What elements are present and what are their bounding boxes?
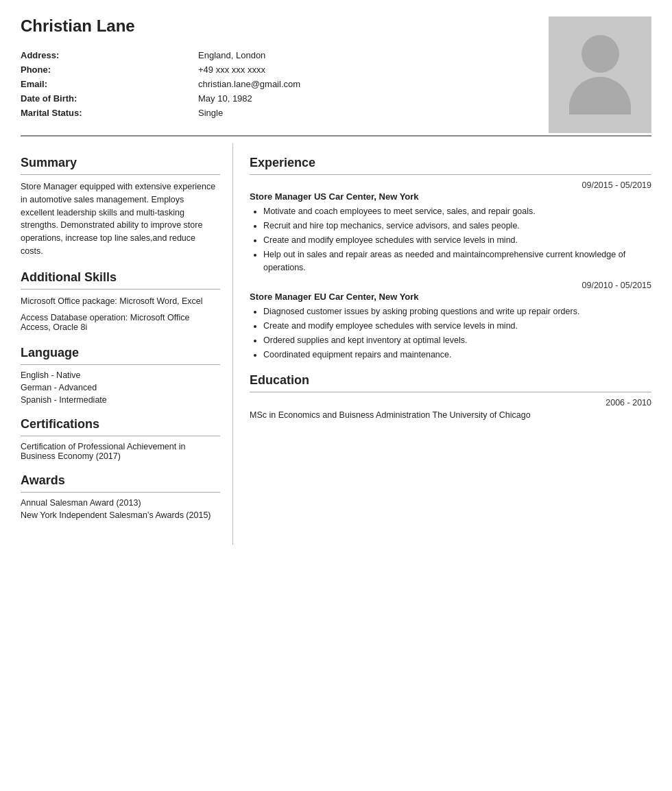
address-value: England, London: [198, 48, 431, 62]
phone-label: Phone:: [21, 62, 198, 77]
lang-item-1: German - Advanced: [21, 383, 220, 392]
edu-entry-0: 2006 - 2010 MSc in Economics and Buisnes…: [250, 398, 651, 422]
edu-0-dates: 2006 - 2010: [250, 398, 651, 408]
email-label: Email:: [21, 77, 198, 91]
phone-row: Phone: +49 xxx xxx xxxx: [21, 62, 431, 77]
avatar-head: [581, 35, 619, 73]
award-item-1: New York Independent Salesman’s Awards (…: [21, 510, 220, 520]
summary-text: Store Manager equipped with extensive ex…: [21, 180, 220, 258]
certifications-section: Certifications Certification of Professi…: [21, 417, 220, 461]
job-0-bullet-3: Help out in sales and repair areas as ne…: [263, 248, 651, 273]
dob-label: Date of Birth:: [21, 91, 198, 106]
avatar-body: [569, 77, 631, 115]
certifications-divider: [21, 436, 220, 436]
dob-value: May 10, 1982: [198, 91, 431, 106]
language-title: Language: [21, 346, 220, 360]
summary-section: Summary Store Manager equipped with exte…: [21, 156, 220, 258]
photo-placeholder: [549, 16, 651, 133]
education-divider: [250, 392, 651, 392]
main-divider: [21, 135, 651, 137]
skill-item-1: Access Database operation: Microsoft Off…: [21, 311, 220, 333]
job-0-dates: 09/2015 - 05/2019: [250, 180, 651, 190]
lang-item-2: Spanish - Intermediate: [21, 395, 220, 405]
job-1-bullet-3: Coordinated equipment repairs and mainte…: [263, 349, 651, 361]
skills-title: Additional Skills: [21, 270, 220, 285]
job-1-bullet-1: Create and modify employee schedules wit…: [263, 320, 651, 332]
experience-divider: [250, 174, 651, 175]
job-0-title: Store Manager US Car Center, New York: [250, 191, 651, 202]
phone-value: +49 xxx xxx xxxx: [198, 62, 431, 77]
skills-section: Additional Skills Microsoft Office packa…: [21, 270, 220, 333]
awards-divider: [21, 492, 220, 493]
award-item-0: Annual Salesman Award (2013): [21, 498, 220, 508]
awards-section: Awards Annual Salesman Award (2013) New …: [21, 473, 220, 520]
job-1: 09/2010 - 05/2015 Store Manager EU Car C…: [250, 281, 651, 362]
address-row: Address: England, London: [21, 48, 431, 62]
skill-item-0: Microsoft Office package: Microsoft Word…: [21, 295, 220, 307]
marital-row: Marital Status: Single: [21, 106, 431, 120]
job-0-bullet-2: Create and modify employee schedules wit…: [263, 234, 651, 246]
job-0-bullets: Motivate and coach employees to meet ser…: [250, 205, 651, 274]
job-1-title: Store Manager EU Car Center, New York: [250, 292, 651, 302]
job-0-bullet-0: Motivate and coach employees to meet ser…: [263, 205, 651, 217]
marital-label: Marital Status:: [21, 106, 198, 120]
left-column: Summary Store Manager equipped with exte…: [0, 143, 233, 545]
lang-item-0: English - Native: [21, 370, 220, 380]
email-row: Email: christian.lane@gmail.com: [21, 77, 431, 91]
experience-title: Experience: [250, 156, 651, 170]
awards-title: Awards: [21, 473, 220, 488]
dob-row: Date of Birth: May 10, 1982: [21, 91, 431, 106]
address-label: Address:: [21, 48, 198, 62]
job-0-bullet-1: Recruit and hire top mechanics, service …: [263, 220, 651, 232]
contact-table: Address: England, London Phone: +49 xxx …: [21, 48, 431, 120]
skills-divider: [21, 289, 220, 290]
certifications-title: Certifications: [21, 417, 220, 432]
job-1-dates: 09/2010 - 05/2015: [250, 281, 651, 290]
header: Christian Lane Address: England, London …: [0, 0, 672, 128]
summary-title: Summary: [21, 156, 220, 170]
job-1-bullet-0: Diagnosed customer issues by asking prob…: [263, 305, 651, 318]
right-column: Experience 09/2015 - 05/2019 Store Manag…: [233, 143, 672, 545]
job-1-bullet-2: Ordered supplies and kept inventory at o…: [263, 334, 651, 346]
summary-divider: [21, 174, 220, 175]
body-columns: Summary Store Manager equipped with exte…: [0, 143, 672, 545]
edu-0-text: MSc in Economics and Buisness Administra…: [250, 409, 651, 422]
job-0: 09/2015 - 05/2019 Store Manager US Car C…: [250, 180, 651, 274]
education-section: Education 2006 - 2010 MSc in Economics a…: [250, 373, 651, 422]
photo-box: [549, 16, 651, 133]
marital-value: Single: [198, 106, 431, 120]
language-section: Language English - Native German - Advan…: [21, 346, 220, 405]
experience-section: Experience 09/2015 - 05/2019 Store Manag…: [250, 156, 651, 361]
email-value: christian.lane@gmail.com: [198, 77, 431, 91]
education-title: Education: [250, 373, 651, 388]
job-1-bullets: Diagnosed customer issues by asking prob…: [250, 305, 651, 362]
language-divider: [21, 364, 220, 365]
certifications-text: Certification of Professional Achievemen…: [21, 442, 220, 461]
